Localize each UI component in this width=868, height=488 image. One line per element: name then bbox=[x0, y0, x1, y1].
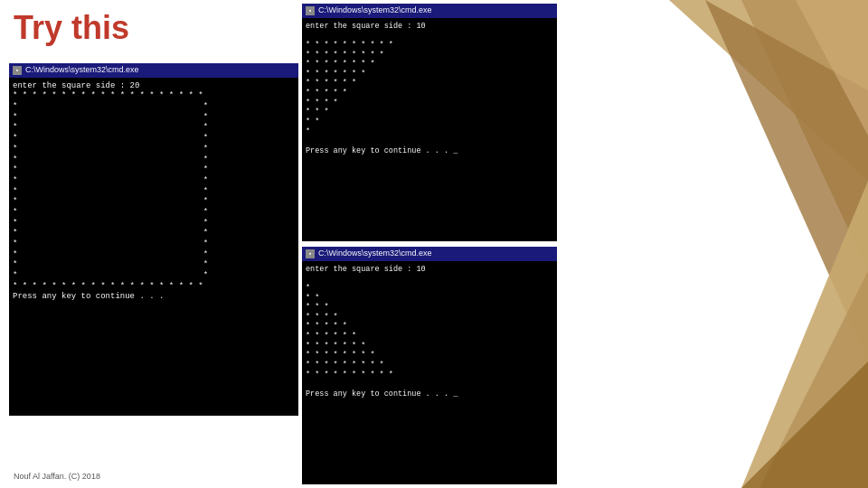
terminal-bottom-right-titlebar: ▪ C:\Windows\system32\cmd.exe bbox=[302, 247, 557, 261]
background-decoration bbox=[561, 0, 868, 488]
terminal-top-right-body: enter the square side : 10 * * * * * * *… bbox=[302, 18, 557, 160]
right-terminals-container: ▪ C:\Windows\system32\cmd.exe enter the … bbox=[298, 0, 561, 488]
cmd-icon-top-right: ▪ bbox=[306, 6, 315, 15]
terminal-left: ▪ C:\Windows\system32\cmd.exe enter the … bbox=[9, 63, 298, 416]
terminal-top-right-titlebar: ▪ C:\Windows\system32\cmd.exe bbox=[302, 4, 557, 18]
cmd-icon-left: ▪ bbox=[13, 66, 22, 75]
footer: Nouf Al Jaffan. (C) 2018 bbox=[14, 472, 100, 481]
terminal-bottom-right-title: C:\Windows\system32\cmd.exe bbox=[318, 249, 432, 259]
cmd-icon-bottom-right: ▪ bbox=[306, 249, 315, 258]
terminal-left-body: enter the square side : 20 * * * * * * *… bbox=[9, 78, 298, 306]
terminal-left-titlebar: ▪ C:\Windows\system32\cmd.exe bbox=[9, 63, 298, 78]
terminal-left-title: C:\Windows\system32\cmd.exe bbox=[25, 65, 139, 76]
terminal-bottom-right-body: enter the square side : 10 * * * * * * *… bbox=[302, 261, 557, 403]
terminal-top-right: ▪ C:\Windows\system32\cmd.exe enter the … bbox=[302, 4, 557, 241]
terminal-top-right-title: C:\Windows\system32\cmd.exe bbox=[318, 5, 432, 16]
terminal-bottom-right: ▪ C:\Windows\system32\cmd.exe enter the … bbox=[302, 247, 557, 484]
